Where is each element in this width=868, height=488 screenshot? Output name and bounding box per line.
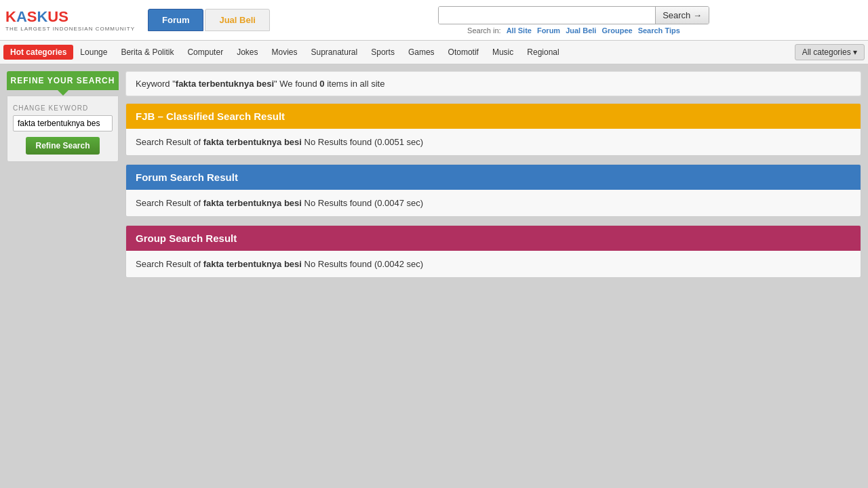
count-suffix: items in all site [325,79,385,89]
search-all-site[interactable]: All Site [507,26,532,35]
cat-computer[interactable]: Computer [180,43,230,61]
jualbeli-tab[interactable]: Jual Beli [205,9,269,31]
fjb-result-suffix: No Results found (0.0051 sec) [302,137,423,147]
cat-music[interactable]: Music [486,43,520,61]
hot-categories[interactable]: Hot categories [3,45,73,60]
cat-supranatural[interactable]: Supranatural [304,43,365,61]
category-nav: Hot categories Lounge Berita & Politik C… [0,41,868,64]
group-result-block: Group Search Result Search Result of fak… [125,225,861,278]
search-options: Search in: All Site Forum Jual Beli Grou… [467,26,680,35]
fjb-result-block: FJB – Classified Search Result Search Re… [125,103,861,156]
fjb-result-body: Search Result of fakta terbentuknya besi… [126,129,861,155]
keyword-input[interactable] [13,115,113,131]
result-count: 0 [319,79,324,89]
cat-movies[interactable]: Movies [264,43,304,61]
keyword-prefix: Keyword " [136,79,176,89]
keyword-text: fakta terbentuknya besi [176,79,274,89]
cat-otomotif[interactable]: Otomotif [441,43,486,61]
group-result-suffix: No Results found (0.0042 sec) [302,259,423,269]
forum-result-prefix: Search Result of [136,198,203,208]
sidebar: REFINE YOUR SEARCH CHANGE KEYWORD Refine… [7,71,119,286]
change-keyword-label: CHANGE KEYWORD [13,104,113,112]
main-content: REFINE YOUR SEARCH CHANGE KEYWORD Refine… [0,64,868,293]
logo: KASKUS [5,8,68,26]
logo-area: KASKUS THE LARGEST INDONESIAN COMMUNITY [5,8,141,32]
search-area: Search → Search in: All Site Forum Jual … [285,6,863,35]
group-result-body: Search Result of fakta terbentuknya besi… [126,251,861,277]
search-in-label: Search in: [467,26,501,35]
cat-berita[interactable]: Berita & Politik [114,43,180,61]
forum-result-block: Forum Search Result Search Result of fak… [125,164,861,217]
cat-jokes[interactable]: Jokes [230,43,264,61]
search-button[interactable]: Search → [655,7,709,24]
nav-tabs: Forum Jual Beli [148,9,271,31]
forum-result-body: Search Result of fakta terbentuknya besi… [126,190,861,216]
refine-search-button[interactable]: Refine Search [26,137,99,155]
group-result-prefix: Search Result of [136,259,203,269]
forum-result-suffix: No Results found (0.0047 sec) [302,198,423,208]
fjb-keyword: fakta terbentuknya besi [203,137,302,147]
search-groupee[interactable]: Groupee [601,26,632,35]
logo-subtitle: THE LARGEST INDONESIAN COMMUNITY [5,26,135,32]
page-header: KASKUS THE LARGEST INDONESIAN COMMUNITY … [0,0,868,41]
cat-games[interactable]: Games [401,43,441,61]
group-keyword: fakta terbentuknya besi [203,259,302,269]
search-input[interactable] [439,7,655,24]
forum-keyword: fakta terbentuknya besi [203,198,302,208]
group-result-header: Group Search Result [126,226,861,251]
search-bar: Search → [438,6,709,24]
refine-header: REFINE YOUR SEARCH [7,71,119,90]
sidebar-body: CHANGE KEYWORD Refine Search [7,96,119,162]
forum-tab[interactable]: Forum [148,9,203,31]
fjb-result-header: FJB – Classified Search Result [126,104,861,129]
all-categories-dropdown[interactable]: All categories ▾ [795,44,865,60]
content-area: Keyword "fakta terbentuknya besi" We fou… [125,71,861,286]
keyword-result-message: Keyword "fakta terbentuknya besi" We fou… [125,71,861,96]
search-jualbeli[interactable]: Jual Beli [566,26,596,35]
keyword-suffix: " We found [274,79,319,89]
forum-result-header: Forum Search Result [126,165,861,190]
search-tips-link[interactable]: Search Tips [638,26,680,35]
fjb-result-prefix: Search Result of [136,137,203,147]
cat-lounge[interactable]: Lounge [73,43,114,61]
cat-sports[interactable]: Sports [364,43,401,61]
cat-regional[interactable]: Regional [520,43,566,61]
search-forum[interactable]: Forum [537,26,560,35]
